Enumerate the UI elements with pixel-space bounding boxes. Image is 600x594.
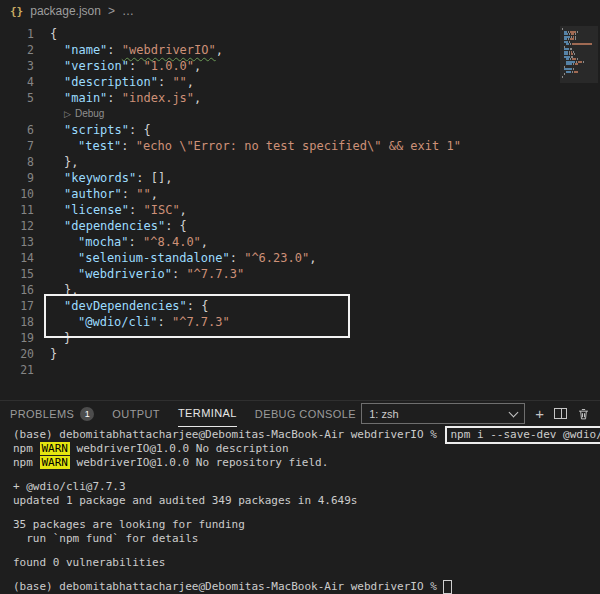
code-line[interactable]: 18"@wdio/cli": "^7.7.3" — [0, 314, 600, 330]
code-line[interactable]: 16}, — [0, 282, 600, 298]
code-line[interactable]: 4"description": "", — [0, 74, 600, 90]
code-line[interactable]: 5"main": "index.js", — [0, 90, 600, 106]
line-number: 8 — [0, 154, 34, 170]
code-text: "author": "", — [50, 186, 158, 202]
code-text: "main": "index.js", — [50, 90, 201, 106]
annotation-box-npm-command: npm i --save-dev @wdio/cli — [445, 426, 600, 444]
code-line[interactable]: 12"dependencies": { — [0, 218, 600, 234]
code-text: "@wdio/cli": "^7.7.3" — [50, 314, 230, 330]
panel-tab-label: TERMINAL — [178, 407, 237, 419]
terminal-line: found 0 vulnerabilities — [13, 556, 600, 570]
line-number: 12 — [0, 218, 34, 234]
code-text: "webdriverio": "^7.7.3" — [50, 266, 244, 282]
code-text: "license": "ISC", — [50, 202, 187, 218]
problems-count-badge: 1 — [80, 407, 94, 421]
code-line[interactable]: 21 — [0, 362, 600, 378]
terminal-line: (base) debomitabhattacharjee@Debomitas-M… — [13, 580, 600, 594]
code-text: }, — [50, 282, 78, 298]
terminal-text: webdriverIO@1.0.0 No description — [70, 442, 289, 455]
shell-selector-value: 1: zsh — [369, 408, 398, 420]
code-text: "keywords": [], — [50, 170, 172, 186]
line-number: 11 — [0, 202, 34, 218]
breadcrumb[interactable]: {} package.json > … — [0, 0, 600, 22]
code-line[interactable]: 15"webdriverio": "^7.7.3" — [0, 266, 600, 282]
line-number: 6 — [0, 122, 34, 138]
terminal-line — [13, 470, 600, 480]
code-text: "dependencies": { — [50, 218, 187, 234]
terminal-line: npm WARN webdriverIO@1.0.0 No descriptio… — [13, 442, 600, 456]
terminal[interactable]: (base) debomitabhattacharjee@Debomitas-M… — [0, 426, 600, 594]
code-line[interactable]: 7"test": "echo \"Error: no test specifie… — [0, 138, 600, 154]
panel-actions: 1: zsh + — [361, 403, 590, 424]
line-number: 13 — [0, 234, 34, 250]
terminal-line: 35 packages are looking for funding — [13, 518, 600, 532]
new-terminal-plus-icon[interactable]: + — [535, 406, 544, 421]
code-line[interactable]: 14"selenium-standalone": "^6.23.0", — [0, 250, 600, 266]
npm-warn-badge: WARN — [40, 456, 71, 469]
code-line[interactable]: 9"keywords": [], — [0, 170, 600, 186]
line-number: 10 — [0, 186, 34, 202]
code-line[interactable]: 1{ — [0, 26, 600, 42]
terminal-text: (base) debomitabhattacharjee@Debomitas-M… — [13, 428, 443, 441]
codelens-debug[interactable]: ▷Debug — [0, 106, 600, 122]
code-text: } — [50, 346, 57, 362]
line-number: 9 — [0, 170, 34, 186]
code-line[interactable]: 6"scripts": { — [0, 122, 600, 138]
terminal-line: run `npm fund` for details — [13, 532, 600, 546]
panel-header: PROBLEMS1OUTPUTTERMINALDEBUG CONSOLE 1: … — [0, 400, 600, 426]
panel-tab-problems[interactable]: PROBLEMS1 — [10, 401, 94, 426]
line-number: 19 — [0, 330, 34, 346]
minimap[interactable] — [560, 26, 598, 83]
editor[interactable]: 1{2"name": "webdriverIO",3"version": "1.… — [0, 22, 600, 400]
terminal-line: + @wdio/cli@7.7.3 — [13, 480, 600, 494]
code-text: "version": "1.0.0", — [50, 58, 201, 74]
code-text: "test": "echo \"Error: no test specified… — [50, 138, 461, 154]
debug-play-icon: ▷ — [64, 106, 71, 122]
panel-tab-output[interactable]: OUTPUT — [112, 401, 160, 426]
code-area[interactable]: 1{2"name": "webdriverIO",3"version": "1.… — [0, 26, 600, 378]
code-line[interactable]: 3"version": "1.0.0", — [0, 58, 600, 74]
code-line[interactable]: 20} — [0, 346, 600, 362]
panel-tab-debug-console[interactable]: DEBUG CONSOLE — [255, 401, 356, 426]
code-line[interactable]: 17"devDependencies": { — [0, 298, 600, 314]
breadcrumb-collapsed[interactable]: … — [122, 4, 134, 18]
terminal-cursor — [443, 580, 452, 594]
code-line[interactable]: 8}, — [0, 154, 600, 170]
panel-tab-label: OUTPUT — [112, 408, 160, 420]
line-number: 7 — [0, 138, 34, 154]
line-number: 14 — [0, 250, 34, 266]
npm-warn-badge: WARN — [40, 442, 71, 455]
panel-tab-terminal[interactable]: TERMINAL — [178, 401, 237, 427]
chevron-down-icon — [509, 407, 519, 417]
kill-terminal-trash-icon[interactable] — [577, 407, 590, 421]
terminal-line — [13, 570, 600, 580]
terminal-text: webdriverIO@1.0.0 No repository field. — [70, 456, 328, 469]
split-terminal-icon[interactable] — [554, 408, 567, 419]
codelens-label: Debug — [75, 106, 104, 122]
terminal-line — [13, 546, 600, 556]
terminal-text: updated 1 package and audited 349 packag… — [13, 494, 357, 507]
line-number: 17 — [0, 298, 34, 314]
code-line[interactable]: 11"license": "ISC", — [0, 202, 600, 218]
line-number: 18 — [0, 314, 34, 330]
vscode-window: {} package.json > … 1{2"name": "webdrive… — [0, 0, 600, 594]
code-line[interactable]: 19} — [0, 330, 600, 346]
code-line[interactable]: 2"name": "webdriverIO", — [0, 42, 600, 58]
code-line[interactable]: 13"mocha": "^8.4.0", — [0, 234, 600, 250]
code-text: "scripts": { — [50, 122, 151, 138]
terminal-line: npm WARN webdriverIO@1.0.0 No repository… — [13, 456, 600, 470]
panel-tab-label: DEBUG CONSOLE — [255, 408, 356, 420]
line-number: 2 — [0, 42, 34, 58]
breadcrumb-file-name[interactable]: package.json — [30, 4, 101, 18]
line-number: 1 — [0, 26, 34, 42]
terminal-text: 35 packages are looking for funding — [13, 518, 245, 531]
terminal-text: npm — [13, 456, 40, 469]
terminal-text: (base) debomitabhattacharjee@Debomitas-M… — [13, 580, 443, 593]
code-text: "selenium-standalone": "^6.23.0", — [50, 250, 316, 266]
bottom-panel: PROBLEMS1OUTPUTTERMINALDEBUG CONSOLE 1: … — [0, 400, 600, 594]
shell-selector-dropdown[interactable]: 1: zsh — [361, 403, 525, 424]
code-line[interactable]: 10"author": "", — [0, 186, 600, 202]
terminal-line: updated 1 package and audited 349 packag… — [13, 494, 600, 508]
line-number: 5 — [0, 90, 34, 106]
code-text: "name": "webdriverIO", — [50, 42, 223, 58]
